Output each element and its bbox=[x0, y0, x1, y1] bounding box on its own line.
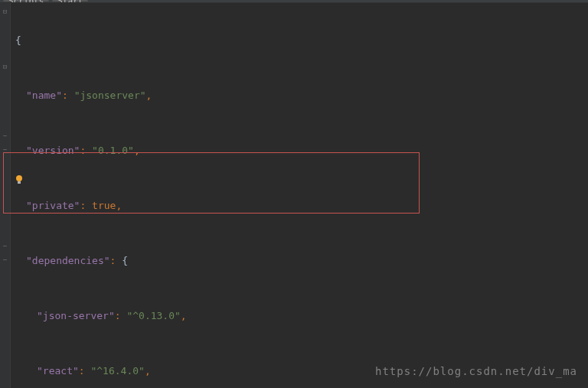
brace-open: { bbox=[15, 34, 21, 46]
code-area[interactable]: { "name": "jsonserver", "version": "0.1.… bbox=[11, 3, 588, 388]
prop-key: "json-server" bbox=[37, 310, 115, 321]
comma: , bbox=[146, 90, 152, 101]
fold-icon[interactable]: ⊟ bbox=[2, 8, 8, 15]
colon: : bbox=[80, 200, 92, 211]
colon: : bbox=[110, 255, 122, 266]
editor-gutter: ⊟ ⊟ − − − − bbox=[0, 3, 11, 388]
comma: , bbox=[134, 145, 140, 156]
comma: , bbox=[116, 200, 122, 211]
colon: : bbox=[80, 145, 92, 156]
colon: : bbox=[115, 310, 127, 321]
prop-key: "react" bbox=[37, 365, 79, 377]
prop-key: "version" bbox=[26, 145, 80, 156]
comma: , bbox=[145, 365, 151, 377]
watermark-text: https://blog.csdn.net/div_ma bbox=[375, 365, 577, 377]
colon: : bbox=[79, 365, 91, 377]
fold-icon[interactable]: − bbox=[2, 242, 8, 249]
toolbar-button-start[interactable]: Start bbox=[52, 0, 88, 2]
code-editor[interactable]: ⊟ ⊟ − − − − { "name": "jsonserver", "ver… bbox=[0, 3, 588, 388]
prop-key: "name" bbox=[26, 90, 62, 101]
prop-value: "0.1.0" bbox=[92, 145, 134, 156]
prop-value: "^16.4.0" bbox=[90, 365, 144, 377]
fold-icon[interactable]: ⊟ bbox=[2, 63, 8, 70]
fold-icon[interactable]: − bbox=[2, 256, 8, 262]
prop-key: "private" bbox=[26, 200, 80, 211]
comma: , bbox=[181, 310, 187, 321]
prop-value: true bbox=[92, 200, 116, 211]
colon: : bbox=[62, 90, 74, 101]
brace-open: { bbox=[122, 255, 128, 266]
toolbar-button-scripts[interactable]: Scripts bbox=[3, 0, 49, 2]
prop-value: "^0.13.0" bbox=[126, 310, 180, 321]
fold-icon[interactable]: − bbox=[2, 145, 8, 152]
prop-key: "dependencies" bbox=[26, 255, 110, 266]
prop-value: "jsonserver" bbox=[74, 90, 146, 101]
fold-icon[interactable]: − bbox=[2, 132, 8, 139]
